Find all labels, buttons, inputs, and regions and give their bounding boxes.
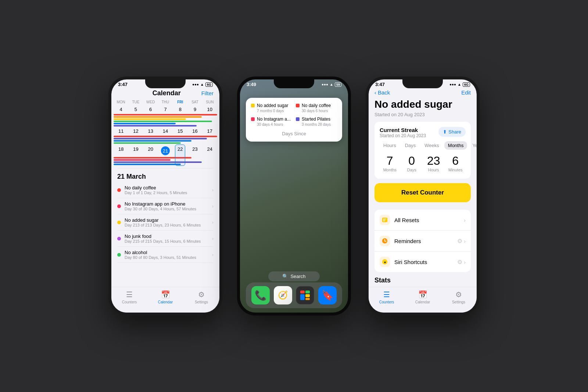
list-item-reminders[interactable]: Reminders ⚙ › <box>374 231 471 252</box>
chevron-4: › <box>212 252 214 257</box>
tab-calendar-1[interactable]: 📅 Calendar <box>154 290 176 304</box>
day-16[interactable]: 16 <box>187 127 202 135</box>
tab-counters-label-1: Counters <box>122 300 137 304</box>
calendar-title: Calendar <box>132 89 201 97</box>
chevron-2: › <box>212 220 214 225</box>
widget-dot-1 <box>296 104 300 107</box>
day-19[interactable]: 19 <box>128 145 143 156</box>
today-circle: 21 <box>161 146 170 155</box>
search-label: Search <box>290 274 305 279</box>
wd-wed: WED <box>143 99 158 105</box>
tab-weeks[interactable]: Weeks <box>421 141 443 150</box>
day-14[interactable]: 14 <box>158 127 173 135</box>
event-item-1[interactable]: No Instagram app on iPhone Day 30 of 30 … <box>117 198 214 214</box>
tab-calendar-label-3: Calendar <box>415 300 430 304</box>
day-9[interactable]: 9 <box>187 106 202 113</box>
event-item-4[interactable]: No alcohol Day 80 of 80 Days, 3 Hours, 5… <box>117 247 214 263</box>
calendar-icon-3: 📅 <box>418 290 427 299</box>
event-bar <box>114 125 197 126</box>
event-sub-2: Day 213 of 213 Days, 23 Hours, 6 Minutes <box>125 223 208 227</box>
event-bar <box>114 121 212 122</box>
streak-card: Current Streak Started on 20 Aug 2023 ⬆ … <box>374 122 471 179</box>
edit-button[interactable]: Edit <box>461 89 471 96</box>
share-button[interactable]: ⬆ Share <box>438 127 466 137</box>
tab-days[interactable]: Days <box>401 141 420 150</box>
event-sub-4: Day 80 of 80 Days, 3 Hours, 51 Minutes <box>125 255 208 260</box>
list-item-siri[interactable]: ★ Siri Shortcuts ⚙ › <box>374 252 471 272</box>
day-7[interactable]: 7 <box>158 106 173 113</box>
event-sub-1: Day 30 of 30 Days, 4 Hours, 57 Minutes <box>125 207 208 211</box>
streak-sub: Started on 20 Aug 2023 <box>380 133 426 138</box>
val-minutes: 6 Minutes <box>445 154 466 172</box>
widget-header-1: No daily coffee <box>296 103 337 108</box>
val-months-num: 7 <box>380 154 400 168</box>
day-8[interactable]: 8 <box>173 106 187 113</box>
settings-icon-3: ⚙ <box>455 290 462 299</box>
detail-nav: ‹ Back Edit <box>369 88 477 99</box>
phone-calendar: 3:47 ●●● ▲ 6G Calendar Filter MON TUE WE… <box>108 76 222 316</box>
event-item-2[interactable]: No added sugar Day 213 of 213 Days, 23 H… <box>117 214 214 231</box>
detail-title-section: No added sugar Started on 20 Aug 2023 <box>369 99 477 122</box>
tab-calendar-3[interactable]: 📅 Calendar <box>412 290 434 304</box>
day-22[interactable]: 22 <box>173 145 187 156</box>
calendar-header: Calendar Filter <box>111 88 219 99</box>
icons-1: ●●● ▲ 6G <box>192 82 213 87</box>
day-13[interactable]: 13 <box>143 127 158 135</box>
back-button[interactable]: ‹ Back <box>374 89 390 96</box>
event-info-1: No Instagram app on iPhone Day 30 of 30 … <box>125 201 208 211</box>
day-12[interactable]: 12 <box>128 127 143 135</box>
day-18[interactable]: 18 <box>114 145 128 156</box>
week-events-1 <box>111 113 219 127</box>
gear-icon-reminders: ⚙ <box>457 238 462 245</box>
event-item-0[interactable]: No daily coffee Day 1 of 1 Day, 2 Hours,… <box>117 182 214 198</box>
day-21-today[interactable]: 21 <box>158 145 173 156</box>
val-hours-num: 23 <box>423 154 444 168</box>
search-bar[interactable]: 🔍 Search <box>268 271 320 281</box>
tab-years[interactable]: Years <box>469 141 480 150</box>
dock-app3[interactable] <box>296 286 314 304</box>
widget-name-0: No added sugar <box>257 103 288 108</box>
icons-3: ●●● ▲ 6G <box>449 82 470 87</box>
widget-label: Days Since <box>251 131 337 136</box>
day-17[interactable]: 17 <box>202 127 217 135</box>
day-20[interactable]: 20 <box>143 145 158 156</box>
event-item-3[interactable]: No junk food Day 215 of 215 Days, 15 Hou… <box>117 231 214 247</box>
day-5[interactable]: 5 <box>128 106 143 113</box>
dock-bookmark[interactable]: 🔖 <box>318 286 337 304</box>
streak-label: Current Streak <box>380 127 426 133</box>
day-6[interactable]: 6 <box>143 106 158 113</box>
streak-info: Current Streak Started on 20 Aug 2023 <box>380 127 426 138</box>
tab-hours[interactable]: Hours <box>380 141 400 150</box>
week-events-2 <box>111 135 219 145</box>
detail-started: Started on 20 Aug 2023 <box>374 112 471 117</box>
list-item-resets[interactable]: All Resets › <box>374 210 471 231</box>
day-15[interactable]: 15 <box>173 127 187 135</box>
event-bar <box>114 140 191 142</box>
settings-icon-1: ⚙ <box>198 290 205 299</box>
day-11[interactable]: 11 <box>114 127 128 135</box>
tab-settings-1[interactable]: ⚙ Settings <box>190 290 212 304</box>
dock-phone[interactable]: 📞 <box>251 286 270 304</box>
dock-safari[interactable]: 🧭 <box>274 286 292 304</box>
tab-counters-3[interactable]: ☰ Counters <box>376 290 398 304</box>
event-info-0: No daily coffee Day 1 of 1 Day, 2 Hours,… <box>125 185 208 195</box>
event-name-4: No alcohol <box>125 250 208 255</box>
phone-detail: 3:47 ●●● ▲ 6G ‹ Back Edit No added sugar… <box>366 76 480 316</box>
battery-3: 6G <box>463 82 470 87</box>
day-4[interactable]: 4 <box>114 106 128 113</box>
event-name-1: No Instagram app on iPhone <box>125 201 208 207</box>
wd-fri: FRI <box>173 99 187 105</box>
day-10[interactable]: 10 <box>202 106 217 113</box>
filter-button[interactable]: Filter <box>201 90 214 96</box>
svg-rect-1 <box>305 291 310 293</box>
tab-settings-3[interactable]: ⚙ Settings <box>448 290 470 304</box>
widget-name-1: No daily coffee <box>302 103 331 108</box>
wifi-icon-3: ▲ <box>458 82 461 86</box>
chevron-0: › <box>212 187 214 193</box>
reset-button[interactable]: Reset Counter <box>374 183 471 202</box>
tab-months[interactable]: Months <box>444 141 467 150</box>
day-23[interactable]: 23 <box>187 145 202 156</box>
day-24[interactable]: 24 <box>202 145 217 156</box>
event-info-3: No junk food Day 215 of 215 Days, 15 Hou… <box>125 234 208 243</box>
tab-counters-1[interactable]: ☰ Counters <box>118 290 140 304</box>
